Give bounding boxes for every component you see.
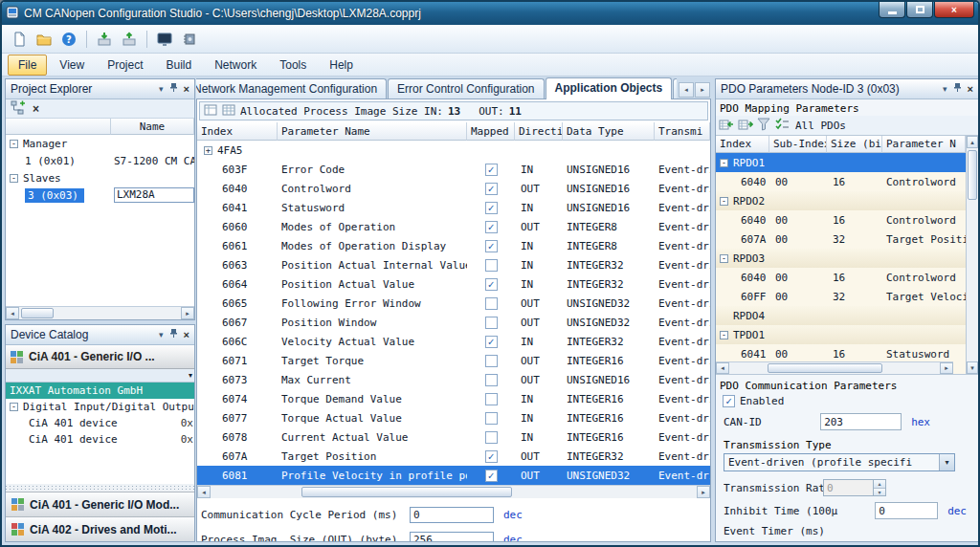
object-row[interactable]: 6065Following Error WindowOUTUNSIGNED32E… [197, 294, 710, 313]
object-row[interactable]: 6081Profile Velocity in profile position… [197, 466, 710, 485]
unmap-object-button[interactable] [738, 117, 753, 135]
col-transmission[interactable]: Transmi [655, 122, 710, 141]
mapped-checkbox[interactable] [485, 450, 498, 463]
minimize-button[interactable] [879, 2, 905, 18]
pdo-mapping-row[interactable]: 60400016Controlword [716, 172, 966, 191]
can-id-input[interactable]: 203 [820, 413, 902, 430]
collapse-icon[interactable] [720, 159, 728, 167]
mapped-checkbox[interactable] [485, 355, 498, 367]
col-direction[interactable]: Direction [515, 122, 563, 141]
pdo-group-row[interactable]: TPDO1 [716, 325, 966, 344]
network-monitor-button[interactable] [153, 28, 176, 51]
pdo-mapping-row[interactable]: 60410016Statusword [716, 344, 966, 363]
scroll-up-icon[interactable]: ▴ [967, 136, 978, 148]
panel-close-icon[interactable]: × [968, 83, 973, 95]
upload-config-button[interactable] [118, 28, 141, 51]
object-row[interactable]: 6063Position Actual Internal ValueININTE… [197, 255, 710, 274]
mapped-checkbox[interactable] [485, 240, 498, 252]
delete-node-button[interactable]: × [33, 102, 39, 116]
stepper-up-icon[interactable]: ▴ [874, 480, 885, 488]
object-row[interactable]: 6041StatuswordINUNSIGNED16Event-driven [197, 198, 710, 217]
collapse-icon[interactable] [720, 197, 728, 206]
collapse-icon[interactable] [720, 254, 728, 263]
device-folder[interactable]: Digital Input/Digital Outpu [6, 399, 194, 415]
menu-help[interactable]: Help [319, 55, 364, 76]
object-row[interactable]: 6067Position WindowOUTUNSIGNED32Event-dr… [197, 313, 710, 332]
object-row[interactable]: 607ATarget PositionOUTINTEGER32Event-dri… [197, 447, 710, 466]
mapped-checkbox[interactable] [485, 412, 498, 425]
scroll-left-icon[interactable]: ◂ [197, 486, 211, 498]
mapped-checkbox[interactable] [485, 393, 498, 405]
col-index[interactable]: Index [716, 136, 769, 153]
col-index[interactable]: Index [197, 122, 278, 141]
mapped-checkbox[interactable] [485, 183, 498, 195]
transmission-rate-stepper[interactable]: 0 ▴▾ [823, 479, 886, 496]
scroll-right-icon[interactable]: ▸ [940, 362, 953, 374]
filter-button[interactable] [757, 118, 770, 134]
pdo-group-row[interactable]: RPDO3 [716, 249, 966, 268]
show-all-pdos-button[interactable] [774, 117, 790, 135]
menu-project[interactable]: Project [97, 55, 153, 76]
pdo-group-row[interactable]: RPDO2 [716, 191, 966, 210]
object-row[interactable]: 6077Torque Actual ValueININTEGER16Event-… [197, 408, 710, 427]
pdo-table-hscrollbar[interactable]: ◂ ▸ [716, 361, 953, 374]
help-button[interactable]: ? [57, 28, 80, 51]
close-button[interactable]: × [934, 2, 974, 18]
pin-icon[interactable] [168, 82, 179, 96]
pdo-mapping-row[interactable]: 60400016Controlword [716, 210, 966, 230]
slave-device-name[interactable]: LXM28A [114, 187, 194, 203]
menu-tools[interactable]: Tools [269, 55, 317, 76]
dec-unit-link[interactable]: dec [503, 509, 523, 521]
pdo-group-row[interactable]: RPDO4 [716, 306, 966, 325]
process-image-size-input[interactable]: 256 [410, 532, 494, 543]
scroll-left-icon[interactable]: ◂ [6, 307, 19, 319]
panel-close-icon[interactable]: × [184, 329, 189, 340]
scroll-thumb[interactable] [968, 150, 977, 200]
object-row[interactable]: 6071Target TorqueOUTINTEGER16Event-drive… [197, 351, 710, 370]
tab-scroll-left-icon[interactable]: ◂ [679, 82, 694, 98]
mapped-checkbox[interactable] [485, 164, 498, 176]
menu-build[interactable]: Build [156, 55, 203, 76]
object-row[interactable]: 603FError CodeINUNSIGNED16Event-driven [197, 160, 710, 179]
col-parameter-name[interactable]: Parameter N [882, 136, 966, 153]
object-row[interactable]: 606CVelocity Actual ValueININTEGER32Even… [197, 332, 710, 351]
panel-menu-icon[interactable]: ▾ [943, 85, 947, 94]
collapse-icon[interactable] [10, 403, 18, 411]
object-group-row[interactable]: 4FA5 [197, 141, 710, 160]
object-row[interactable]: 6074Torque Demand ValueININTEGER16Event-… [197, 389, 710, 408]
catalog-filter-combo[interactable]: ▾ [6, 369, 194, 383]
mapped-checkbox[interactable] [485, 202, 498, 214]
scroll-right-icon[interactable]: ▸ [697, 486, 710, 498]
col-parameter-name[interactable]: Parameter Name [278, 122, 467, 141]
menu-view[interactable]: View [49, 55, 95, 76]
collapse-icon[interactable] [720, 331, 728, 339]
object-row[interactable]: 6040ControlwordOUTUNSIGNED16Event-driven [197, 179, 710, 198]
object-row[interactable]: 6061Modes of Operation DisplayININTEGER8… [197, 236, 710, 255]
tab-network-management-configuration[interactable]: Network Management Configuration [196, 78, 387, 99]
new-project-button[interactable] [8, 28, 31, 51]
pin-icon[interactable] [952, 82, 963, 96]
tab-scroll-right-icon[interactable]: ▸ [695, 82, 710, 98]
maximize-button[interactable] [906, 2, 933, 18]
col-name[interactable]: Name [111, 119, 194, 135]
transmission-type-select[interactable]: Event-driven (profile specifi ▾ [724, 453, 955, 471]
catalog-splitter[interactable] [6, 484, 194, 492]
dec-unit-link[interactable]: dec [503, 534, 523, 543]
menu-network[interactable]: Network [204, 55, 267, 76]
vendor-bar[interactable]: IXXAT Automation GmbH [6, 383, 194, 399]
add-node-button[interactable] [11, 100, 25, 118]
scroll-thumb[interactable] [21, 308, 54, 318]
mapped-checkbox[interactable] [485, 374, 498, 386]
collapse-icon[interactable] [10, 174, 18, 183]
chevron-down-icon[interactable]: ▾ [939, 454, 954, 470]
object-row[interactable]: 6060Modes of OperationOUTINTEGER8Event-d… [197, 217, 710, 236]
stepper-down-icon[interactable]: ▾ [874, 488, 885, 496]
hex-unit-link[interactable]: hex [911, 416, 930, 428]
open-project-button[interactable] [33, 28, 56, 51]
panel-menu-icon[interactable]: ▾ [159, 85, 164, 94]
scroll-down-icon[interactable]: ▾ [967, 361, 978, 374]
tab-error-control-configuration[interactable]: Error Control Configuration [388, 78, 544, 99]
module-settings-button[interactable] [178, 28, 201, 51]
tree-item-manager-node[interactable]: 1 (0x01) S7-1200 CM CA [6, 152, 194, 169]
catalog-group-cia401-bar[interactable]: CiA 401 - Generic I/O Mod... [6, 492, 194, 516]
